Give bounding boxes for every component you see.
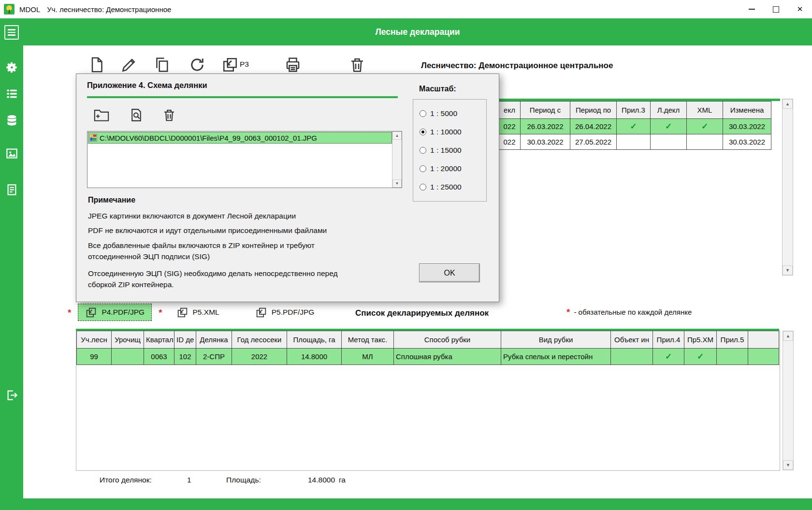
column-header[interactable]: Прил.3 bbox=[617, 102, 651, 119]
database-icon[interactable] bbox=[5, 114, 18, 127]
cell: Сплошная рубка bbox=[394, 349, 501, 365]
document-icon[interactable] bbox=[5, 183, 18, 196]
scale-option[interactable]: 1 : 15000 bbox=[420, 141, 486, 160]
scale-label: Масштаб: bbox=[419, 85, 456, 93]
column-header[interactable]: Прил.4 bbox=[653, 331, 684, 349]
column-header[interactable]: Метод такс. bbox=[342, 331, 394, 349]
table-row[interactable]: 02226.03.202226.04.2022✓✓✓30.03.2022 bbox=[499, 119, 771, 134]
cell: 30.03.2022 bbox=[723, 119, 771, 134]
tab-p5-pdf-jpg[interactable]: P5.PDF/JPG bbox=[248, 304, 322, 321]
cell bbox=[651, 134, 687, 150]
window-copy-icon bbox=[176, 306, 188, 319]
column-header[interactable]: Способ рубки bbox=[394, 331, 501, 349]
scroll-up-icon[interactable]: ▲ bbox=[392, 131, 402, 140]
cell bbox=[717, 349, 748, 365]
plots-table-scrollbar[interactable]: ▲ ▼ bbox=[783, 331, 794, 470]
window-title: Уч. лесничество: Демонстрационное bbox=[47, 5, 171, 14]
area-value: 14.8000 bbox=[308, 476, 335, 484]
refresh-icon[interactable] bbox=[188, 56, 206, 73]
app-logo-icon bbox=[4, 4, 14, 15]
dialog-title: Приложение 4. Схема делянки bbox=[87, 81, 207, 90]
scale-option-label: 1 : 15000 bbox=[430, 146, 462, 155]
tab-p5-xml[interactable]: P5.XML bbox=[169, 304, 227, 321]
cell bbox=[617, 134, 651, 150]
column-header[interactable]: Урочищ bbox=[112, 331, 144, 349]
column-header[interactable]: Объект ин bbox=[611, 331, 653, 349]
edit-pencil-icon[interactable] bbox=[120, 56, 138, 73]
window-titlebar: MDOL Уч. лесничество: Демонстрационное ✕ bbox=[0, 0, 812, 19]
tab-p4-pdf-jpg[interactable]: P4.PDF/JPG bbox=[78, 304, 152, 321]
new-document-icon[interactable] bbox=[88, 56, 105, 73]
column-header[interactable]: екл bbox=[499, 102, 521, 119]
column-header[interactable]: Квартал bbox=[144, 331, 174, 349]
scroll-down-icon[interactable]: ▼ bbox=[392, 179, 402, 188]
cell: 022 bbox=[499, 134, 521, 150]
close-button[interactable]: ✕ bbox=[788, 0, 812, 18]
column-header[interactable]: Площадь, га bbox=[287, 331, 342, 349]
exit-icon[interactable] bbox=[5, 389, 18, 402]
p3-report-label[interactable]: P3 bbox=[240, 60, 249, 69]
column-header[interactable] bbox=[748, 331, 779, 349]
file-list-item[interactable]: C:\MDOLV60\DBDCL\D000001\Files\P4_99_006… bbox=[88, 132, 392, 144]
scale-radio-group: 1 : 50001 : 100001 : 150001 : 200001 : 2… bbox=[413, 99, 487, 202]
column-header[interactable]: Период с bbox=[521, 102, 570, 119]
totals-label: Итого делянок: bbox=[100, 476, 152, 484]
scroll-down-icon[interactable]: ▼ bbox=[783, 265, 793, 275]
scale-option[interactable]: 1 : 10000 bbox=[420, 123, 486, 141]
note-line: PDF не включаются и идут отдельными прис… bbox=[88, 225, 361, 236]
ok-button[interactable]: OK bbox=[419, 263, 480, 282]
p3-report-icon[interactable] bbox=[221, 56, 239, 73]
note-line: Отсоединенную ЭЦП (SIG) необходимо делат… bbox=[88, 268, 361, 291]
column-header[interactable]: Л.декл bbox=[651, 102, 687, 119]
column-header[interactable]: Период по bbox=[570, 102, 617, 119]
plots-section-title: Список декларируемых делянок bbox=[355, 308, 489, 318]
maximize-button[interactable] bbox=[764, 0, 788, 18]
close-icon: ✕ bbox=[797, 5, 803, 14]
list-icon[interactable] bbox=[5, 87, 18, 101]
table-row[interactable]: 9900631022-СПР202214.8000МЛСплошная рубк… bbox=[77, 349, 779, 365]
cell: МЛ bbox=[342, 349, 394, 365]
scroll-down-icon[interactable]: ▼ bbox=[783, 460, 793, 470]
checkmark-cell: ✓ bbox=[651, 119, 687, 134]
column-header[interactable]: Уч.лесн bbox=[77, 331, 112, 349]
radio-icon bbox=[420, 110, 426, 117]
dialog-accent-bar bbox=[87, 96, 398, 98]
image-icon[interactable] bbox=[5, 147, 18, 160]
note-line: Все добавленные файлы включаются в ZIP к… bbox=[88, 240, 361, 262]
table-row[interactable]: 02230.03.202227.05.202230.03.2022 bbox=[499, 134, 771, 150]
declarations-table-scrollbar[interactable]: ▲ ▼ bbox=[782, 99, 793, 276]
add-file-folder-icon[interactable] bbox=[94, 108, 109, 122]
delete-trash-icon[interactable] bbox=[348, 56, 366, 73]
column-header[interactable]: Год лесосеки bbox=[232, 331, 287, 349]
scroll-up-icon[interactable]: ▲ bbox=[783, 331, 793, 341]
preview-file-icon[interactable] bbox=[129, 108, 144, 122]
column-header[interactable]: Пр5.ХМ bbox=[684, 331, 717, 349]
plots-table: Уч.леснУрочищКварталID деДелянкаГод лесо… bbox=[76, 331, 780, 471]
copy-icon[interactable] bbox=[153, 56, 171, 73]
radio-icon bbox=[420, 184, 426, 190]
file-list-scrollbar[interactable]: ▲ ▼ bbox=[392, 131, 402, 188]
cell: 0063 bbox=[144, 349, 174, 365]
scroll-up-icon[interactable]: ▲ bbox=[783, 99, 793, 109]
radio-icon bbox=[420, 147, 426, 154]
file-listbox[interactable]: C:\MDOLV60\DBDCL\D000001\Files\P4_99_006… bbox=[87, 131, 402, 188]
minimize-button[interactable] bbox=[740, 0, 764, 18]
scale-option[interactable]: 1 : 25000 bbox=[420, 178, 486, 196]
notes-block: JPEG картинки включаются в документ Лесн… bbox=[88, 210, 361, 294]
menu-button[interactable] bbox=[4, 25, 19, 40]
cell: Рубка спелых и перестойн bbox=[501, 349, 611, 365]
delete-file-trash-icon[interactable] bbox=[161, 108, 177, 122]
column-header[interactable]: XML bbox=[687, 102, 723, 119]
print-icon[interactable] bbox=[284, 56, 302, 73]
column-header[interactable]: Делянка bbox=[196, 331, 232, 349]
checkmark-cell: ✓ bbox=[653, 349, 684, 365]
column-header[interactable]: Прил.5 bbox=[717, 331, 748, 349]
column-header[interactable]: Вид рубки bbox=[501, 331, 611, 349]
column-header[interactable]: ID де bbox=[174, 331, 196, 349]
scale-option[interactable]: 1 : 20000 bbox=[420, 160, 486, 178]
scale-option[interactable]: 1 : 5000 bbox=[420, 104, 486, 123]
column-header[interactable]: Изменена bbox=[723, 102, 771, 119]
tab-label: P5.XML bbox=[193, 308, 219, 317]
settings-gear-icon[interactable] bbox=[5, 61, 18, 74]
checkmark-cell: ✓ bbox=[687, 119, 723, 134]
